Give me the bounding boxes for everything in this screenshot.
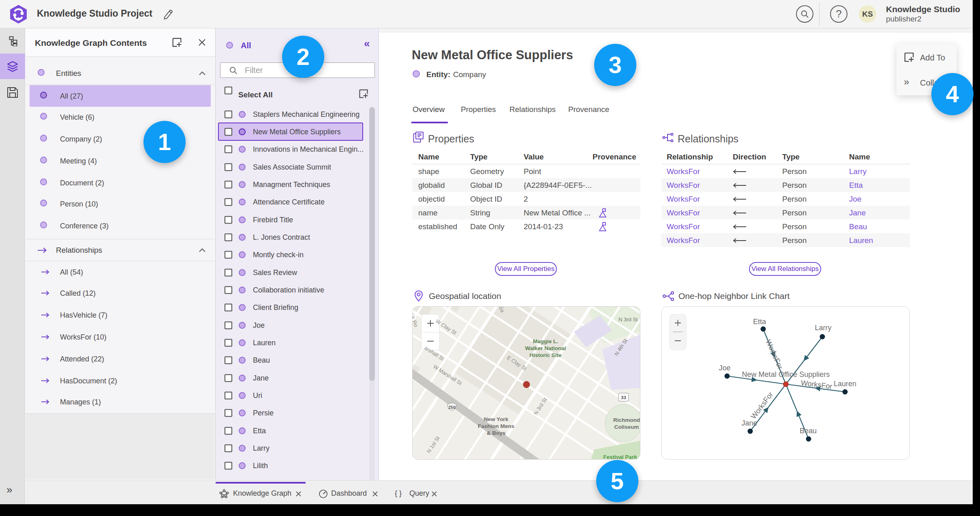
svg-text:New York: New York: [484, 416, 509, 422]
svg-text:Walker National: Walker National: [525, 345, 566, 351]
svg-text:Lauren: Lauren: [834, 380, 856, 388]
svg-text:& Boys: & Boys: [487, 430, 506, 436]
svg-text:Larry: Larry: [815, 324, 831, 332]
svg-text:Fashion Mens: Fashion Mens: [478, 423, 514, 429]
svg-text:Richmond: Richmond: [613, 417, 640, 423]
svg-text:New Metal Office Suppliers: New Metal Office Suppliers: [742, 370, 830, 378]
svg-text:33: 33: [621, 395, 626, 400]
svg-text:Coliseum: Coliseum: [614, 424, 639, 430]
svg-text:Historic Site: Historic Site: [530, 352, 562, 358]
svg-text:Etta: Etta: [753, 318, 766, 326]
svg-text:WorksFor: WorksFor: [764, 338, 785, 370]
svg-text:Joe: Joe: [719, 364, 730, 372]
svg-text:250: 250: [448, 405, 456, 410]
svg-text:Beau: Beau: [800, 427, 817, 435]
svg-text:Maggie L.: Maggie L.: [533, 338, 558, 344]
svg-text:N 3rd St: N 3rd St: [618, 316, 638, 322]
svg-text:Festival Park: Festival Park: [603, 454, 637, 460]
